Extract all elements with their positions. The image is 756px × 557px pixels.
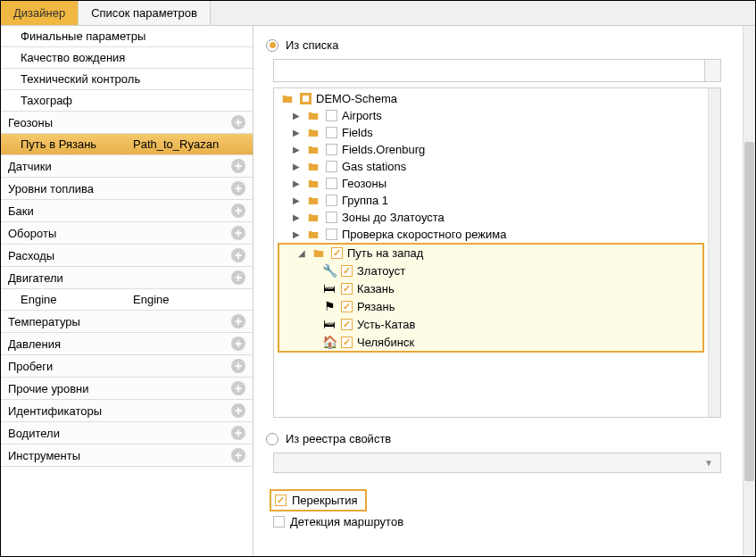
check-routes-row[interactable]: Детекция маршрутов: [270, 511, 732, 532]
tree-scrollbar[interactable]: [708, 88, 720, 417]
category[interactable]: Обороты+: [1, 222, 253, 245]
category[interactable]: Водители+: [1, 422, 253, 445]
tree-folder[interactable]: ▶Gas stations: [274, 158, 708, 175]
tree-folder[interactable]: ▶Airports: [274, 107, 708, 124]
category-label: Прочие уровни: [8, 382, 89, 395]
checkbox[interactable]: [326, 144, 337, 155]
checkbox[interactable]: [326, 161, 337, 172]
category[interactable]: Инструменты+: [1, 445, 253, 467]
checkbox[interactable]: [341, 265, 353, 277]
category-label: Геозоны: [8, 116, 53, 129]
plus-icon[interactable]: +: [231, 204, 245, 218]
tree-root[interactable]: DEMO-Schema: [274, 90, 708, 107]
checkbox[interactable]: [326, 229, 337, 240]
radio-label: Из списка: [286, 38, 338, 52]
tree-folder[interactable]: ▶Fields.Orenburg: [274, 141, 708, 158]
checkbox[interactable]: [341, 319, 353, 330]
plus-icon[interactable]: +: [231, 426, 245, 440]
checkbox[interactable]: [341, 337, 353, 348]
expand-icon[interactable]: ▶: [292, 111, 301, 121]
tree-folder[interactable]: ▶Fields: [274, 124, 708, 141]
scrollbar-thumb[interactable]: [744, 142, 754, 481]
plus-icon[interactable]: +: [231, 314, 245, 328]
node-label: Проверка скоростного режима: [342, 228, 506, 241]
plus-icon[interactable]: +: [231, 403, 245, 418]
category[interactable]: Датчики+: [1, 155, 253, 178]
plus-icon[interactable]: +: [231, 359, 245, 373]
left-item[interactable]: Тахограф: [1, 90, 253, 112]
plus-icon[interactable]: +: [231, 159, 245, 173]
expand-icon[interactable]: ▶: [292, 179, 301, 188]
left-item[interactable]: Качество вождения: [1, 47, 253, 69]
checkbox[interactable]: [273, 516, 285, 528]
tree-leaf[interactable]: 🔧Златоуст: [279, 262, 702, 279]
checkbox[interactable]: [326, 127, 337, 138]
node-label: Fields: [342, 126, 373, 139]
category[interactable]: Идентификаторы+: [1, 400, 253, 422]
right-panel: Из списка DEMO-Schema ▶Airports▶Fields▶F…: [253, 26, 743, 555]
collapse-icon[interactable]: ◢: [297, 248, 306, 258]
checkbox[interactable]: [326, 110, 337, 121]
search-button[interactable]: [705, 59, 721, 82]
checkbox[interactable]: [341, 283, 353, 295]
category[interactable]: Расходы+: [1, 245, 253, 267]
tree-leaf[interactable]: 🏠Челябинск: [279, 333, 702, 351]
radio-icon[interactable]: [266, 433, 278, 445]
plus-icon[interactable]: +: [231, 448, 245, 462]
tree-leaf[interactable]: 🛏Усть-Катав: [279, 315, 702, 333]
check-overlap-row[interactable]: Перекрытия: [270, 489, 367, 511]
expand-icon[interactable]: ▶: [292, 145, 301, 154]
category[interactable]: Температуры+: [1, 311, 253, 333]
category-geozones[interactable]: Геозоны +: [1, 112, 253, 134]
plus-icon[interactable]: +: [231, 381, 245, 395]
checkbox[interactable]: [326, 195, 337, 206]
plus-icon[interactable]: +: [231, 226, 245, 240]
left-item[interactable]: Engine Engine: [1, 289, 253, 311]
node-label: Челябинск: [357, 336, 414, 349]
tree-folder[interactable]: ▶Геозоны: [274, 175, 708, 192]
checkbox[interactable]: [341, 301, 353, 312]
expand-icon[interactable]: ▶: [292, 212, 301, 222]
category[interactable]: Пробеги+: [1, 355, 253, 378]
plus-icon[interactable]: +: [231, 115, 245, 129]
left-item-selected[interactable]: Путь в Рязань Path_to_Ryazan: [1, 134, 253, 155]
expand-icon[interactable]: ▶: [292, 195, 301, 205]
category-engines[interactable]: Двигатели+: [1, 267, 253, 289]
node-label: Златоуст: [357, 264, 405, 278]
expand-icon[interactable]: ▶: [292, 128, 301, 137]
tab-designer[interactable]: Дизайнер: [1, 1, 79, 25]
category[interactable]: Прочие уровни+: [1, 378, 253, 400]
tree-folder[interactable]: ▶Группа 1: [274, 192, 708, 209]
checkbox[interactable]: [331, 247, 343, 259]
folder-icon: [305, 178, 321, 190]
right-scrollbar[interactable]: [743, 26, 755, 555]
tree-leaf[interactable]: 🛏Казань: [279, 279, 702, 297]
left-item[interactable]: Технический контроль: [1, 69, 253, 90]
search-input[interactable]: [273, 59, 705, 82]
tree-leaf[interactable]: ⚑Рязань: [279, 297, 702, 315]
checkbox[interactable]: [326, 178, 337, 189]
category[interactable]: Баки+: [1, 200, 253, 222]
plus-icon[interactable]: +: [231, 248, 245, 262]
expand-icon[interactable]: ▶: [292, 229, 301, 239]
chevron-down-icon: ▼: [704, 458, 713, 468]
registry-select[interactable]: ▼: [273, 453, 721, 473]
checkbox[interactable]: [326, 212, 337, 223]
tree-folder[interactable]: ▶Зоны до Златоуста: [274, 209, 708, 226]
left-item[interactable]: Финальные параметры: [1, 26, 253, 47]
expand-icon[interactable]: ▶: [292, 162, 301, 171]
category[interactable]: Давления+: [1, 333, 253, 355]
folder-icon: [305, 161, 321, 173]
plus-icon[interactable]: +: [231, 181, 245, 195]
plus-icon[interactable]: +: [231, 270, 245, 285]
checkbox[interactable]: [300, 93, 312, 104]
radio-from-registry[interactable]: Из реестра свойств: [266, 432, 732, 445]
tree-folder[interactable]: ▶Проверка скоростного режима: [274, 226, 708, 243]
category[interactable]: Уровни топлива+: [1, 178, 253, 200]
tab-params[interactable]: Список параметров: [79, 1, 211, 25]
radio-from-list[interactable]: Из списка: [266, 38, 732, 52]
plus-icon[interactable]: +: [231, 337, 245, 351]
radio-icon[interactable]: [266, 39, 278, 52]
tree-folder-expanded[interactable]: ◢ Путь на запад: [279, 245, 702, 262]
checkbox[interactable]: [275, 495, 287, 506]
